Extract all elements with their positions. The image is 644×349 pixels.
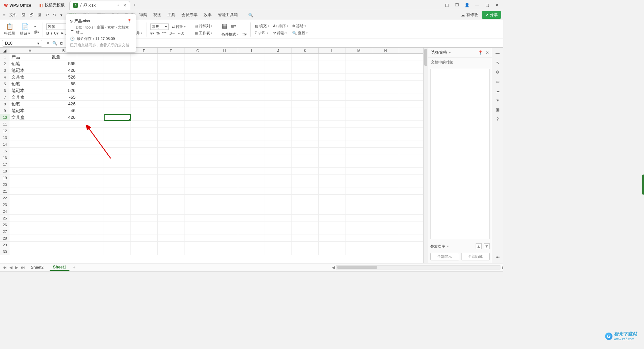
cell[interactable] [184, 101, 211, 107]
cell[interactable] [345, 248, 372, 255]
cell[interactable] [372, 74, 399, 80]
cell[interactable] [158, 94, 184, 100]
convert-button[interactable]: ⇄ 转换▾ [171, 24, 186, 30]
cell[interactable] [345, 201, 372, 208]
cell[interactable] [158, 208, 184, 214]
cell[interactable] [184, 215, 211, 221]
italic-icon[interactable]: I [51, 31, 52, 35]
cell[interactable] [292, 114, 319, 120]
cell[interactable] [211, 60, 238, 67]
new-tab-button[interactable]: ＋ [131, 1, 138, 9]
cell[interactable] [238, 228, 265, 235]
sheet-tab-Sheet1[interactable]: Sheet1 [50, 264, 69, 271]
row-header[interactable]: 6 [0, 87, 10, 94]
row-header[interactable]: 26 [0, 221, 10, 228]
col-header-J[interactable]: J [265, 48, 292, 53]
cell[interactable] [104, 81, 131, 87]
cell[interactable] [372, 181, 399, 188]
spreadsheet-grid[interactable]: ◢ A B C D E F G H I J K L M N 1产品数量2铅笔56… [0, 48, 423, 263]
cell[interactable] [77, 87, 104, 94]
cell[interactable] [211, 201, 238, 208]
cell[interactable] [184, 121, 211, 127]
cell[interactable] [319, 195, 345, 201]
cell[interactable] [292, 161, 319, 167]
cell[interactable]: 文具盒 [10, 94, 50, 100]
print-preview-icon[interactable]: 🖶 [37, 12, 43, 18]
cell[interactable] [265, 148, 292, 154]
row-header[interactable]: 9 [0, 107, 10, 114]
cell[interactable]: 铅笔 [10, 81, 50, 87]
cell[interactable] [10, 154, 50, 161]
cell[interactable] [10, 235, 50, 241]
cell[interactable] [372, 128, 399, 134]
panel-icon[interactable]: ◫ [444, 2, 449, 8]
cell[interactable]: 笔记本 [10, 107, 50, 114]
cell[interactable]: -46 [50, 107, 77, 114]
sort-button[interactable]: A↓排序▾ [272, 23, 289, 29]
cell[interactable] [131, 94, 158, 100]
sheet-nav-last-icon[interactable]: ⏭ [21, 265, 25, 270]
cell[interactable] [292, 121, 319, 127]
cell[interactable] [238, 174, 265, 181]
cell[interactable] [184, 201, 211, 208]
chevron-down-icon[interactable]: ▾ [37, 41, 39, 46]
cell[interactable] [372, 228, 399, 235]
cell[interactable] [77, 107, 104, 114]
cell[interactable] [345, 107, 372, 114]
cell[interactable] [104, 154, 131, 161]
cell[interactable] [265, 161, 292, 167]
cell[interactable] [50, 174, 77, 181]
cell[interactable] [319, 215, 345, 221]
cell[interactable] [77, 174, 104, 181]
cell[interactable] [50, 228, 77, 235]
cell[interactable] [265, 208, 292, 214]
fx-icon[interactable]: fx [60, 41, 63, 46]
cell[interactable] [158, 221, 184, 228]
cell-format-icon[interactable]: ⬚▾ [241, 32, 247, 37]
cell[interactable] [10, 168, 50, 174]
cell[interactable] [50, 188, 77, 194]
cell[interactable] [50, 235, 77, 241]
cell[interactable] [131, 235, 158, 241]
cell[interactable]: 笔记本 [10, 67, 50, 73]
cell[interactable] [211, 215, 238, 221]
cell[interactable] [184, 195, 211, 201]
cell[interactable] [265, 94, 292, 100]
cell[interactable] [158, 128, 184, 134]
cell[interactable] [292, 81, 319, 87]
cell[interactable] [345, 128, 372, 134]
cell[interactable] [77, 134, 104, 141]
cell[interactable] [292, 235, 319, 241]
scroll-left-icon[interactable]: ◀ [332, 265, 335, 270]
cell[interactable] [319, 221, 345, 228]
cell[interactable] [211, 107, 238, 114]
cell[interactable] [184, 228, 211, 235]
cell[interactable] [211, 235, 238, 241]
cell[interactable] [319, 60, 345, 67]
cell[interactable] [77, 201, 104, 208]
cell[interactable] [50, 221, 77, 228]
row-header[interactable]: 27 [0, 228, 10, 235]
cell[interactable] [319, 128, 345, 134]
cell[interactable] [158, 67, 184, 73]
cell[interactable] [292, 54, 319, 60]
cell[interactable] [10, 201, 50, 208]
cell[interactable] [372, 235, 399, 241]
help-icon[interactable]: ? [496, 117, 499, 121]
save-icon[interactable]: 🖫 [20, 12, 26, 18]
cell[interactable]: -68 [50, 81, 77, 87]
cell[interactable] [211, 168, 238, 174]
cell[interactable] [265, 74, 292, 80]
cell[interactable] [211, 195, 238, 201]
cell[interactable] [372, 94, 399, 100]
increase-decimal-icon[interactable]: .0→ [169, 31, 175, 35]
cell[interactable] [345, 215, 372, 221]
cell[interactable] [319, 188, 345, 194]
cell[interactable] [372, 188, 399, 194]
col-header-L[interactable]: L [319, 48, 345, 53]
cell[interactable] [238, 161, 265, 167]
freeze-button[interactable]: ❄冻结▾ [291, 23, 309, 29]
cell[interactable] [131, 128, 158, 134]
cell[interactable] [77, 67, 104, 73]
cell[interactable] [104, 121, 131, 127]
